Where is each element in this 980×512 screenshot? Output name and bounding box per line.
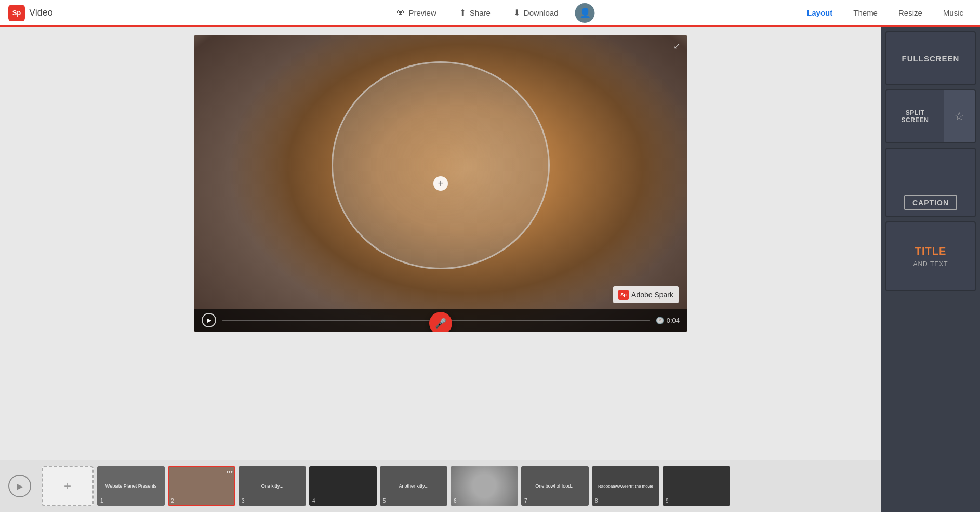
slide-number: 7 [524, 498, 527, 504]
slide-number: 6 [454, 498, 457, 504]
play-button[interactable]: ▶ [202, 313, 216, 327]
main-content: + Sp Adobe Spark ⤢ ▶ 🎤 🕐 0:04 [0, 27, 980, 512]
filmstrip-play-button[interactable]: ▶ [8, 475, 31, 497]
slide-number: 3 [242, 498, 245, 504]
slide-number: 9 [666, 498, 669, 504]
layout-fullscreen-option[interactable]: FULLSCREEN [885, 31, 976, 85]
slide-item[interactable]: 6 [451, 466, 518, 506]
nav-center: 👁 Preview ⬆ Share ⬇ Download 👤 [385, 3, 594, 23]
share-button[interactable]: ⬆ Share [448, 4, 502, 22]
slide-item[interactable]: One kitty... 3 [239, 466, 306, 506]
resize-tab[interactable]: Resize [890, 4, 931, 21]
add-media-crosshair[interactable]: + [433, 176, 448, 191]
slide-number: 1 [100, 498, 103, 504]
slide-thumb: Another kitty... [381, 467, 446, 505]
slide-item[interactable]: One bowl of food... 7 [521, 466, 589, 506]
caption-preview: CAPTION [886, 149, 975, 216]
watermark-logo: Sp [618, 290, 629, 300]
slide-thumb [664, 467, 729, 505]
slide-item[interactable]: Another kitty... 5 [380, 466, 447, 506]
layout-tab[interactable]: Layout [799, 4, 841, 21]
download-button[interactable]: ⬇ Download [502, 4, 570, 22]
nav-right-links: Layout Theme Resize Music [799, 4, 972, 21]
slide-number: 5 [383, 498, 386, 504]
watermark-text: Adobe Spark [631, 291, 673, 299]
slide-item[interactable]: 2 ••• [168, 466, 235, 506]
expand-button[interactable]: ⤢ [670, 40, 683, 52]
video-controls: ▶ 🎤 🕐 0:04 [194, 309, 687, 332]
clock-icon: 🕐 [656, 317, 664, 324]
video-container: + Sp Adobe Spark ⤢ ▶ 🎤 🕐 0:04 [194, 35, 687, 332]
add-slide-button[interactable]: + [42, 466, 94, 506]
video-frame: + Sp Adobe Spark ⤢ ▶ 🎤 🕐 0:04 [194, 35, 687, 332]
layout-caption-option[interactable]: CAPTION [885, 148, 976, 217]
top-navigation: Sp Video 👁 Preview ⬆ Share ⬇ Download 👤 … [0, 0, 980, 27]
cat-cone-visual [332, 61, 550, 269]
fullscreen-label: FULLSCREEN [902, 54, 960, 63]
slide-item[interactable]: Website Planet Presents 1 [97, 466, 165, 506]
caption-label: CAPTION [904, 195, 957, 210]
slide-menu-icon[interactable]: ••• [226, 469, 233, 476]
slide-thumb [310, 467, 376, 505]
star-icon: ☆ [954, 110, 964, 123]
center-area: + Sp Adobe Spark ⤢ ▶ 🎤 🕐 0:04 [0, 27, 881, 512]
slide-number: 8 [595, 498, 598, 504]
right-panel: FULLSCREEN SPLIT SCREEN ☆ CAPTION [881, 27, 980, 512]
theme-tab[interactable]: Theme [845, 4, 886, 21]
layout-split-screen-option[interactable]: SPLIT SCREEN ☆ [885, 89, 976, 143]
mic-icon: 🎤 [435, 318, 446, 329]
user-icon: 👤 [579, 7, 591, 19]
split-label2: SCREEN [901, 116, 929, 124]
slide-thumb [452, 467, 517, 505]
slide-thumb: One kitty... [240, 467, 305, 505]
title-label: TITLE [915, 245, 947, 257]
video-duration: 🕐 0:04 [656, 317, 680, 324]
slide-number: 4 [312, 498, 315, 504]
record-mic-button[interactable]: 🎤 [429, 312, 452, 332]
logo-icon: Sp [8, 5, 25, 21]
split-screen-preview: SPLIT SCREEN ☆ [886, 90, 975, 142]
slide-item[interactable]: 9 [663, 466, 730, 506]
logo-area: Sp Video [8, 5, 53, 21]
slide-item[interactable]: 4 [309, 466, 377, 506]
app-title: Video [29, 7, 53, 18]
split-right-area: ☆ [944, 90, 975, 142]
split-left-area: SPLIT SCREEN [886, 90, 944, 142]
slide-thumb: Raoooaawwweerrr: the movie [593, 467, 658, 505]
download-icon: ⬇ [513, 8, 520, 18]
watermark: Sp Adobe Spark [613, 286, 679, 303]
slide-thumb: Website Planet Presents [98, 467, 164, 505]
music-tab[interactable]: Music [935, 4, 972, 21]
preview-button[interactable]: 👁 Preview [385, 4, 447, 22]
user-avatar-button[interactable]: 👤 [575, 3, 595, 23]
preview-icon: 👁 [396, 8, 405, 18]
layout-title-text-option[interactable]: TITLE AND TEXT [885, 221, 976, 291]
slide-item[interactable]: Raoooaawwweerrr: the movie 8 [592, 466, 659, 506]
and-text-label: AND TEXT [913, 260, 948, 268]
slide-number: 2 [171, 498, 174, 504]
filmstrip-play-area: ▶ [4, 470, 35, 502]
title-text-preview: TITLE AND TEXT [886, 222, 975, 290]
fullscreen-preview: FULLSCREEN [886, 32, 975, 84]
slide-thumb: One bowl of food... [522, 467, 588, 505]
filmstrip-area: ▶ + Website Planet Presents 1 2 ••• One … [0, 460, 881, 512]
slide-thumb [169, 467, 234, 505]
share-icon: ⬆ [459, 8, 466, 18]
add-icon: + [64, 479, 71, 493]
split-label1: SPLIT [901, 109, 929, 116]
